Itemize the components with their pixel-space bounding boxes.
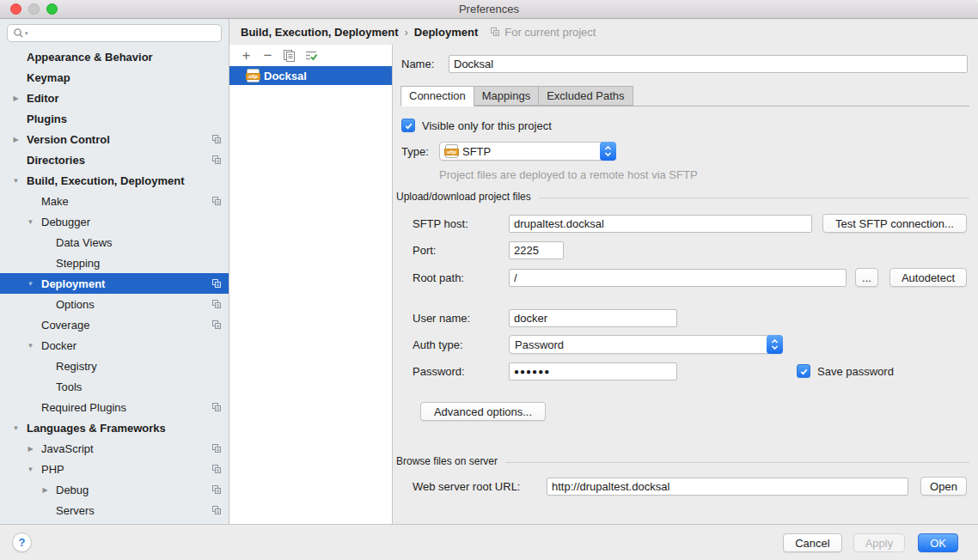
tab-connection[interactable]: Connection	[400, 86, 474, 107]
sidebar-item-stepping[interactable]: Stepping	[0, 253, 229, 273]
remove-server-button[interactable]: −	[257, 47, 278, 64]
sidebar-item-label: Tools	[56, 380, 82, 393]
chevron-right-icon[interactable]: ▶	[9, 94, 23, 102]
sidebar-item-version-control[interactable]: ▶Version Control	[0, 129, 229, 149]
chevron-down-icon[interactable]: ▼	[23, 466, 38, 473]
sftp-file-icon: sftp	[445, 144, 458, 158]
save-password-checkbox[interactable]	[797, 364, 810, 378]
window-controls	[10, 3, 58, 15]
sidebar-item-languages-frameworks[interactable]: ▼Languages & Frameworks	[0, 417, 229, 438]
sidebar-item-label: Stepping	[56, 257, 100, 270]
chevron-right-icon[interactable]: ▶	[23, 445, 38, 453]
chevron-right-icon[interactable]: ▶	[38, 486, 52, 494]
sidebar-item-label: Options	[56, 298, 95, 311]
browse-root-path-button[interactable]: ...	[855, 268, 878, 287]
sidebar-item-data-views[interactable]: Data Views	[0, 232, 229, 253]
add-server-button[interactable]: +	[235, 47, 257, 64]
test-sftp-connection-button[interactable]: Test SFTP connection...	[822, 214, 967, 233]
auth-type-label: Auth type:	[413, 338, 463, 351]
deployment-config-panel: Name: ConnectionMappingsExcluded Paths V…	[393, 45, 978, 524]
for-current-project-icon	[211, 320, 222, 330]
sidebar-item-keymap[interactable]: Keymap	[0, 67, 229, 88]
breadcrumb-parent[interactable]: Build, Execution, Deployment	[241, 26, 398, 39]
ok-button[interactable]: OK	[918, 533, 958, 552]
sidebar-item-directories[interactable]: Directories	[0, 149, 229, 170]
settings-search-field[interactable]: ▾	[7, 24, 222, 42]
sidebar-tree: Appearance & BehaviorKeymap▶EditorPlugin…	[0, 46, 229, 520]
chevron-down-icon[interactable]: ▼	[9, 424, 23, 432]
section-upload: Upload/download project files	[396, 191, 969, 203]
tab-excluded-paths[interactable]: Excluded Paths	[539, 86, 633, 106]
chevron-right-icon[interactable]: ▶	[9, 136, 23, 143]
sidebar-item-plugins[interactable]: Plugins	[0, 108, 229, 129]
open-url-button[interactable]: Open	[920, 477, 967, 496]
root-path-input[interactable]	[509, 269, 847, 287]
save-password-label: Save password	[817, 365, 894, 378]
sidebar-item-deployment[interactable]: ▼Deployment	[0, 273, 229, 294]
chevron-down-icon[interactable]: ▼	[23, 218, 38, 226]
minimize-window-button	[28, 3, 40, 15]
chevron-down-icon[interactable]: ▼	[23, 342, 38, 350]
apply-button[interactable]: Apply	[853, 533, 906, 552]
sidebar-item-debug[interactable]: ▶Debug	[0, 479, 229, 500]
copy-server-button[interactable]	[278, 47, 300, 64]
type-dropdown[interactable]: sftp SFTP	[439, 142, 616, 161]
sidebar-item-debugger[interactable]: ▼Debugger	[0, 211, 229, 232]
sidebar-item-javascript[interactable]: ▶JavaScript	[0, 438, 229, 459]
sidebar-item-docker[interactable]: ▼Docker	[0, 335, 229, 356]
auth-type-dropdown[interactable]: Password	[509, 335, 783, 354]
for-current-project-icon	[211, 443, 222, 453]
web-root-label: Web server root URL:	[413, 480, 520, 493]
for-current-project-icon	[211, 155, 222, 165]
sidebar-item-label: Data Views	[56, 236, 113, 249]
advanced-options-button[interactable]: Advanced options...	[420, 402, 546, 421]
name-input[interactable]	[449, 55, 968, 73]
sidebar-item-editor[interactable]: ▶Editor	[0, 88, 229, 108]
search-options-caret-icon[interactable]: ▾	[25, 30, 28, 37]
settings-sidebar: ▾ Appearance & BehaviorKeymap▶EditorPlug…	[0, 19, 229, 524]
password-label: Password:	[413, 365, 465, 378]
help-button[interactable]: ?	[12, 533, 32, 552]
sidebar-item-label: Keymap	[27, 71, 70, 84]
sidebar-item-options[interactable]: Options	[0, 294, 229, 314]
tab-mappings[interactable]: Mappings	[474, 86, 539, 106]
use-as-default-button[interactable]	[300, 47, 321, 64]
sidebar-item-servers[interactable]: Servers	[0, 500, 229, 520]
sftp-host-input[interactable]	[509, 215, 812, 233]
sidebar-item-label: Required Plugins	[41, 401, 126, 414]
for-current-project-icon	[211, 278, 222, 289]
close-window-button[interactable]	[10, 3, 21, 15]
sidebar-item-php[interactable]: ▼PHP	[0, 459, 229, 479]
chevron-down-icon[interactable]: ▼	[23, 280, 38, 288]
type-label: Type:	[401, 145, 429, 158]
web-root-input[interactable]	[547, 478, 908, 496]
server-list-item[interactable]: sftpDocksal	[229, 66, 392, 85]
sidebar-item-appearance-behavior[interactable]: Appearance & Behavior	[0, 46, 229, 67]
section-divider	[505, 462, 969, 463]
name-label: Name:	[401, 58, 434, 70]
chevron-down-icon[interactable]: ▼	[9, 177, 23, 185]
sidebar-item-registry[interactable]: Registry	[0, 356, 229, 376]
sidebar-item-build-execution-deployment[interactable]: ▼Build, Execution, Deployment	[0, 170, 229, 191]
sidebar-item-coverage[interactable]: Coverage	[0, 314, 229, 335]
autodetect-button[interactable]: Autodetect	[889, 268, 967, 287]
sftp-file-icon: sftp	[247, 69, 260, 82]
sidebar-item-label: Debug	[56, 484, 89, 496]
search-input[interactable]	[32, 27, 216, 40]
section-upload-label: Upload/download project files	[396, 191, 531, 203]
sidebar-item-required-plugins[interactable]: Required Plugins	[0, 397, 229, 417]
port-input[interactable]	[509, 241, 564, 259]
sidebar-item-label: Version Control	[27, 133, 110, 146]
sidebar-item-label: Directories	[27, 154, 85, 167]
scope-indicator: For current project	[490, 26, 596, 39]
sidebar-item-label: Debugger	[41, 216, 90, 228]
sidebar-item-make[interactable]: Make	[0, 191, 229, 211]
password-input[interactable]	[509, 362, 677, 380]
zoom-window-button[interactable]	[46, 3, 58, 15]
root-path-label: Root path:	[413, 271, 464, 284]
sidebar-item-tools[interactable]: Tools	[0, 376, 229, 397]
visible-only-checkbox[interactable]	[401, 119, 415, 132]
user-name-input[interactable]	[509, 309, 677, 327]
for-current-project-icon	[211, 505, 222, 515]
cancel-button[interactable]: Cancel	[783, 533, 841, 552]
